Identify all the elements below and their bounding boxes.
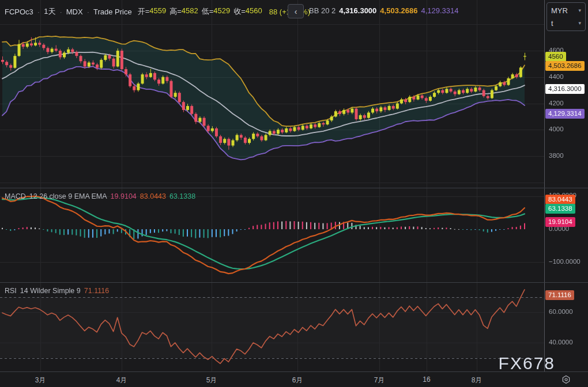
legend-separator: · (59, 7, 62, 16)
time-axis-label: 4月 (116, 375, 127, 385)
ohlc-item: 低=4529 (202, 6, 231, 17)
ohlc-value: 4560 (246, 6, 262, 17)
price-pane-canvas[interactable] (0, 0, 544, 188)
ohlc-label: 高= (169, 6, 182, 17)
rsi-legend: RSI 14 Wilder Simple 9 71.1116 (5, 287, 109, 295)
chevron-down-icon: ▾ (578, 7, 581, 13)
axis-price-badge: 4,503.2686 (545, 61, 585, 71)
time-axis-label: 8月 (472, 375, 483, 385)
time-axis[interactable]: 3月4月5月6月7月168月 (0, 372, 588, 387)
rsi-value: 71.1116 (84, 287, 109, 295)
bb-basis-value: 4,316.3000 (339, 6, 376, 15)
axis-price-badge: 83.0443 (545, 195, 575, 204)
legend-collapse-button[interactable]: ‹ (288, 4, 304, 18)
axis-tick-label: 4200 (549, 100, 564, 107)
rsi-pane-canvas[interactable] (0, 282, 544, 371)
unit-dropdown[interactable]: t ▾ (547, 17, 585, 29)
chevron-down-icon: ▾ (578, 20, 581, 26)
bb-title: BB 20 2 (309, 6, 336, 15)
currency-dropdown[interactable]: MYR ▾ (547, 5, 585, 16)
fx678-watermark: FX678 (499, 354, 555, 373)
axis-tick-label: −100.0000 (549, 258, 581, 265)
axis-price-badge: 4,129.3314 (545, 109, 585, 119)
price-type-label: Trade Price (93, 7, 132, 16)
macd-legend: MACD 12 26 close 9 EMA EMA 19.9104 83.04… (5, 192, 195, 200)
bollinger-legend: BB 20 2 4,316.3000 4,503.2686 4,129.3314 (309, 6, 459, 15)
price-legend: FCPOc3 · 1天 · MDX · Trade Price 开=4559高=… (5, 6, 310, 17)
pane-separator-rsi[interactable] (0, 282, 588, 283)
rsi-params: 14 Wilder Simple 9 (20, 287, 81, 295)
axis-price-badge: 19.9104 (545, 217, 575, 227)
macd-title: MACD (5, 192, 26, 200)
axis-price-badge: 63.1338 (545, 204, 575, 214)
axis-price-badge: 4,316.3000 (545, 84, 585, 94)
macd-hist-value: 19.9104 (111, 192, 137, 200)
currency-value: MYR (551, 6, 568, 15)
axis-price-badge: 4560 (545, 52, 566, 62)
macd-pane-canvas[interactable] (0, 188, 544, 282)
ohlc-value: 4529 (213, 6, 230, 17)
time-axis-label: 3月 (35, 375, 46, 385)
ohlc-item: 收=4560 (233, 6, 262, 17)
axis-price-badge: 71.1116 (545, 290, 574, 300)
macd-signal-value: 63.1338 (169, 192, 195, 200)
time-axis-label: 16 (423, 375, 430, 384)
axis-tick-label: 40.0000 (549, 339, 573, 346)
exchange-label: MDX (66, 7, 83, 16)
ohlc-item: 高=4582 (169, 6, 198, 17)
trading-chart: FCPOc3 · 1天 · MDX · Trade Price 开=4559高=… (0, 0, 588, 387)
legend-separator: · (87, 7, 89, 16)
axis-tick-label: 4000 (549, 126, 564, 132)
time-axis-label: 7月 (374, 375, 385, 385)
ohlc-item: 开=4559 (138, 6, 167, 17)
bb-upper-value: 4,503.2686 (380, 6, 417, 15)
time-axis-label: 6月 (292, 375, 303, 385)
axis-tick-label: 4400 (549, 73, 564, 80)
axis-unit-box: MYR ▾ t ▾ (546, 2, 586, 31)
ohlc-value: 4582 (182, 6, 198, 17)
macd-params: 12 26 close 9 EMA EMA (29, 192, 107, 200)
price-axis[interactable]: 46004400420040003800100.00000.0000−100.0… (545, 0, 588, 371)
rsi-title: RSI (5, 287, 17, 295)
pane-separator-macd[interactable] (0, 188, 588, 188)
ohlc-label: 开= (138, 6, 150, 17)
legend-separator: · (37, 7, 40, 16)
symbol-title: FCPOc3 (5, 7, 33, 16)
ohlc-label: 低= (202, 6, 214, 17)
unit-value: t (551, 19, 553, 28)
bb-lower-value: 4,129.3314 (421, 6, 458, 15)
axis-tick-label: 60.0000 (549, 308, 573, 315)
ohlc-value: 4559 (149, 6, 166, 17)
macd-line-value: 83.0443 (140, 192, 166, 200)
interval-label: 1天 (44, 6, 55, 17)
time-axis-settings-icon[interactable] (561, 375, 571, 384)
ohlc-label: 收= (233, 6, 246, 17)
axis-tick-label: 3800 (549, 152, 564, 159)
time-axis-label: 5月 (206, 375, 217, 385)
ohlc-values: 开=4559高=4582低=4529收=4560 (138, 6, 266, 17)
